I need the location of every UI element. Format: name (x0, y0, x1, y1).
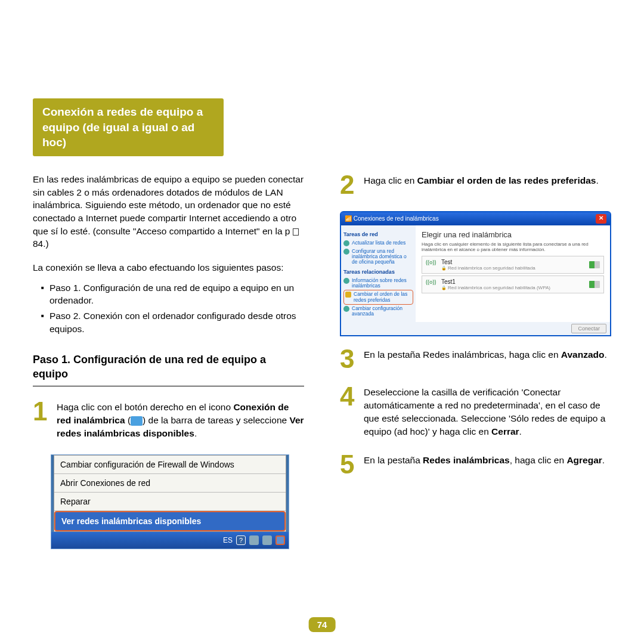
step-4: 4 Deseleccione la casilla de verificació… (340, 385, 611, 438)
network-name: Test (441, 259, 586, 265)
dialog-sidebar: Tareas de red Actualizar lista de redes … (341, 225, 416, 322)
menu-item-open-connections[interactable]: Abrir Conexiones de red (54, 474, 286, 493)
wifi-icon (426, 259, 438, 270)
sidebar-item-info[interactable]: Información sobre redes inalámbricas (343, 277, 413, 290)
step-1-heading: Paso 1. Configuración de una red de equi… (33, 353, 304, 381)
signal-icon (589, 261, 600, 268)
step-1: 1 Haga clic con el botón derecho en el i… (33, 400, 304, 440)
step-text: Deseleccione la casilla de verificación … (364, 385, 611, 438)
star-icon (345, 292, 351, 298)
steps-overview-list: Paso 1. Configuración de una red de equi… (33, 281, 304, 336)
step-text: Haga clic con el botón derecho en el ico… (57, 400, 304, 440)
step-number: 2 (340, 173, 358, 197)
dialog-main: Elegir una red inalámbrica Haga clic en … (416, 225, 610, 322)
intro-paragraph-2: La conexión se lleva a cabo efectuando l… (33, 261, 304, 274)
connect-button[interactable]: Conectar (571, 324, 606, 333)
tray-icon[interactable] (249, 535, 259, 545)
page-number: 74 (309, 617, 336, 632)
menu-item-view-wireless[interactable]: Ver redes inalámbricas disponibles (54, 511, 286, 531)
step-text: En la pestaña Redes inalámbricas, haga c… (364, 347, 611, 371)
sidebar-heading: Tareas de red (343, 231, 413, 237)
left-column: En las redes inalámbricas de equipo a eq… (33, 173, 304, 549)
step-3: 3 En la pestaña Redes inalámbricas, haga… (340, 347, 611, 371)
setup-icon (343, 249, 349, 255)
sidebar-item-advanced[interactable]: Cambiar configuración avanzada (343, 305, 413, 318)
close-icon[interactable]: ✕ (596, 214, 606, 224)
sidebar-item-refresh[interactable]: Actualizar lista de redes (343, 239, 413, 247)
dialog-title: 📶 Conexiones de red inalámbricas (345, 215, 439, 222)
context-menu-figure: Cambiar configuración de Firewall de Win… (51, 454, 289, 549)
step-5: 5 En la pestaña Redes inalámbricas, haga… (340, 453, 611, 476)
step-number: 3 (340, 347, 358, 371)
step-number: 5 (340, 453, 358, 476)
network-security: Red inalámbrica con seguridad habilitada (441, 265, 586, 271)
section-header: Conexión a redes de equipo a equipo (de … (33, 98, 224, 156)
step-number: 1 (33, 400, 51, 440)
dialog-titlebar: 📶 Conexiones de red inalámbricas ✕ (341, 212, 610, 225)
wifi-icon (426, 279, 438, 290)
wireless-connection-icon (131, 416, 143, 426)
list-item: Paso 2. Conexión con el ordenador config… (41, 309, 304, 335)
tray-icon[interactable] (262, 535, 272, 545)
intro-paragraph-1: En las redes inalámbricas de equipo a eq… (33, 173, 304, 250)
wireless-dialog-figure: 📶 Conexiones de red inalámbricas ✕ Tarea… (340, 211, 611, 336)
network-name: Test1 (441, 278, 586, 285)
taskbar: ES ? (51, 532, 289, 549)
right-column: 2 Haga clic en Cambiar el orden de las r… (340, 173, 611, 549)
step-text: En la pestaña Redes inalámbricas, haga c… (364, 453, 611, 476)
language-indicator: ES (223, 536, 233, 544)
page-ref-icon (293, 228, 299, 236)
refresh-icon (343, 240, 349, 246)
help-icon[interactable]: ? (236, 535, 246, 545)
signal-icon (589, 281, 600, 288)
info-icon (343, 278, 349, 284)
gear-icon (343, 306, 349, 312)
sidebar-item-setup[interactable]: Configurar una red inalámbrica doméstica… (343, 247, 413, 267)
network-item[interactable]: Test1 Red inalámbrica con seguridad habi… (422, 275, 604, 293)
list-item: Paso 1. Configuración de una red de equi… (41, 281, 304, 307)
dialog-buttons: Conectar (341, 322, 610, 335)
main-heading: Elegir una red inalámbrica (422, 230, 604, 239)
main-subtext: Haga clic en cualquier elemento de la si… (422, 242, 604, 252)
step-number: 4 (340, 385, 358, 438)
sidebar-heading: Tareas relacionadas (343, 269, 413, 275)
context-menu: Cambiar configuración de Firewall de Win… (54, 455, 286, 532)
menu-item-firewall[interactable]: Cambiar configuración de Firewall de Win… (54, 456, 286, 474)
step-text: Haga clic en Cambiar el orden de las red… (364, 173, 611, 197)
network-security: Red inalámbrica con seguridad habilitada… (441, 285, 586, 290)
divider (33, 386, 304, 386)
wireless-tray-icon[interactable] (275, 535, 285, 545)
network-item[interactable]: Test Red inalámbrica con seguridad habil… (422, 256, 604, 274)
step-2: 2 Haga clic en Cambiar el orden de las r… (340, 173, 611, 197)
sidebar-item-change-order[interactable]: Cambiar el orden de las redes preferidas (343, 290, 413, 305)
menu-item-repair[interactable]: Reparar (54, 493, 286, 511)
